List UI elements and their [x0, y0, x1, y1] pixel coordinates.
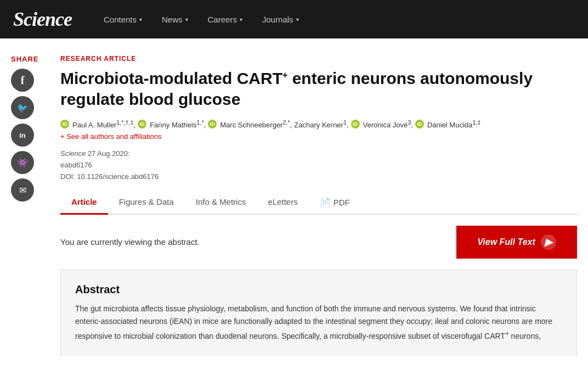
nav-news[interactable]: News ▾	[152, 0, 198, 38]
author-4[interactable]: Zachary Kerner1,	[294, 119, 348, 129]
tab-article[interactable]: Article	[60, 192, 108, 215]
chevron-down-icon: ▾	[240, 16, 242, 23]
navbar: Science Contents ▾ News ▾ Careers ▾ Jour…	[0, 0, 588, 38]
chevron-down-icon: ▾	[296, 16, 299, 23]
nav-careers[interactable]: Careers ▾	[198, 0, 252, 38]
author-1[interactable]: Paul A. Muller1,*,†,‡,	[72, 119, 135, 129]
abstract-text: The gut microbiota affects tissue physio…	[75, 303, 562, 343]
share-label: SHARE	[11, 55, 49, 63]
orcid-icon: ID	[415, 120, 424, 128]
title-text-part1: Microbiota-modulated CART	[60, 69, 282, 87]
site-logo[interactable]: Science	[13, 8, 72, 31]
page-wrapper: SHARE f 🐦 in 👾 ✉ RESEARCH ARTICLE Microb…	[0, 38, 588, 372]
linkedin-icon: in	[19, 131, 26, 139]
tab-figures-data[interactable]: Figures & Data	[108, 192, 185, 215]
twitter-icon: 🐦	[17, 103, 28, 113]
tab-pdf[interactable]: 📄 PDF	[309, 192, 361, 215]
reddit-icon: 👾	[17, 158, 28, 168]
article-meta: Science 27 Aug 2020: eabd6176 DOI: 10.11…	[60, 148, 577, 182]
orcid-icon: ID	[60, 120, 69, 128]
email-icon: ✉	[19, 185, 26, 195]
linkedin-share-button[interactable]: in	[11, 124, 34, 147]
authors-line: ID Paul A. Muller1,*,†,‡, ID Fanny Mathe…	[60, 119, 577, 129]
title-superscript: +	[282, 70, 287, 80]
orcid-icon: ID	[208, 120, 217, 128]
author-5[interactable]: Veronica Jové3,	[363, 119, 413, 129]
author-2[interactable]: Fanny Matheis1,*,	[150, 119, 206, 129]
journal-name: Science	[60, 149, 86, 158]
view-full-text-label: View Full Text	[477, 237, 535, 247]
twitter-share-button[interactable]: 🐦	[11, 96, 34, 119]
arrow-right-icon: ▶	[541, 234, 556, 250]
orcid-icon: ID	[138, 120, 146, 128]
tabs-bar: Article Figures & Data Info & Metrics eL…	[60, 192, 577, 215]
nav-items: Contents ▾ News ▾ Careers ▾ Journals ▾	[94, 0, 309, 38]
article-content: RESEARCH ARTICLE Microbiota-modulated CA…	[60, 49, 588, 361]
author-3[interactable]: Marc Schneeberger2,*,	[220, 119, 292, 129]
abstract-notice: You are currently viewing the abstract.	[60, 237, 200, 247]
pdf-icon: 📄	[320, 197, 331, 208]
author-6[interactable]: Daniel Mucida1,‡	[427, 119, 480, 129]
chevron-down-icon: ▾	[139, 16, 142, 23]
nav-journals[interactable]: Journals ▾	[252, 0, 309, 38]
reddit-share-button[interactable]: 👾	[11, 151, 34, 174]
facebook-share-button[interactable]: f	[11, 69, 34, 92]
tab-eletters[interactable]: eLetters	[257, 192, 308, 215]
tab-info-metrics[interactable]: Info & Metrics	[185, 192, 257, 215]
orcid-icon: ID	[351, 120, 360, 128]
article-date: 27 Aug 2020:	[88, 149, 130, 158]
article-doi: DOI: 10.1126/science.abd6176	[60, 172, 159, 181]
article-title: Microbiota-modulated CART+ enteric neuro…	[60, 68, 577, 109]
facebook-icon: f	[21, 74, 25, 87]
abstract-heading: Abstract	[75, 283, 562, 296]
view-full-text-button[interactable]: View Full Text ▶	[456, 226, 577, 259]
article-id: eabd6176	[60, 161, 92, 169]
email-share-button[interactable]: ✉	[11, 178, 34, 202]
see-all-authors-link[interactable]: + See all authors and affiliations	[60, 132, 577, 141]
article-category: RESEARCH ARTICLE	[60, 55, 577, 63]
nav-contents[interactable]: Contents ▾	[94, 0, 152, 38]
abstract-bar: You are currently viewing the abstract. …	[60, 226, 577, 259]
share-sidebar: SHARE f 🐦 in 👾 ✉	[0, 49, 60, 361]
chevron-down-icon: ▾	[185, 16, 188, 23]
abstract-box: Abstract The gut microbiota affects tiss…	[60, 270, 577, 356]
